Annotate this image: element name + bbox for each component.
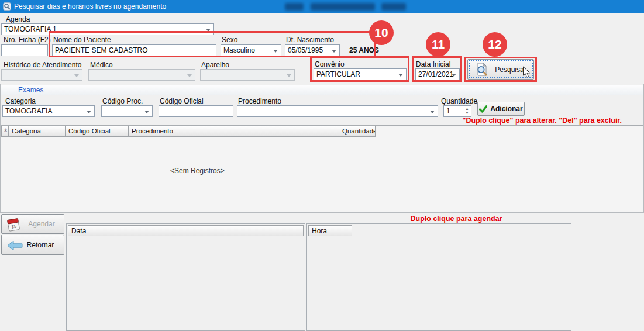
grid-header-quantidade[interactable]: Quantidade [339,126,376,137]
stepper-up-icon[interactable]: ▲ [464,107,470,111]
chevron-down-icon [452,74,456,77]
sexo-select[interactable]: Masculino [221,44,281,56]
exames-section-title: Exames [18,86,43,94]
agenda-select[interactable]: TOMOGRAFIA 1 [1,23,214,35]
agendar-hint: Duplo clique para agendar [386,215,526,223]
chevron-down-icon [398,74,403,77]
categoria-value: TOMOGRAFIA [5,107,52,115]
calendar-icon: 15 [6,217,21,233]
quantidade-stepper[interactable]: 1 ▲ ▼ [443,105,471,117]
nro-ficha-input[interactable] [1,44,48,56]
window-title: Pesquisar dias e horários livres no agen… [14,2,166,11]
sexo-value: Masculino [223,46,255,54]
procedimento-label: Procedimento [238,97,281,105]
grid-header-categoria[interactable]: Categoria [9,126,66,137]
agendar-label: Agendar [28,220,54,228]
hora-result-panel: Hora [306,223,571,331]
stepper-down-icon[interactable]: ▼ [464,111,470,115]
chevron-down-icon [287,74,291,77]
codigo-oficial-input[interactable]: . . - [159,105,233,117]
data-inicial-label: Data Inicial [416,60,450,68]
data-result-panel: Data [66,223,305,331]
chevron-down-icon [144,111,149,113]
chevron-down-icon [430,111,435,113]
medico-select [88,69,195,81]
mouse-cursor-icon [522,66,531,78]
grid-header-procedimento[interactable]: Procedimento [129,126,339,137]
categoria-select[interactable]: TOMOGRAFIA [2,105,95,117]
grid-header-codigo-oficial[interactable]: Código Oficial [66,126,129,137]
nro-ficha-label: Nro. Ficha (F2) [4,36,51,44]
chevron-down-icon [187,74,192,77]
codigo-proc-select[interactable] [101,105,153,117]
retornar-label: Retornar [27,241,54,249]
historico-label: Histórico de Atendimento [4,61,81,69]
nome-paciente-label: Nome do Paciente [53,36,111,44]
data-inicial-select[interactable]: 27/01/2021 [415,68,460,80]
medico-label: Médico [90,61,113,69]
hora-column-header[interactable]: Hora [308,225,352,236]
exames-grid: ✳ Categoria Código Oficial Procedimento … [1,125,643,212]
codigo-proc-label: Código Proc. [102,97,143,105]
dt-nascimento-select[interactable]: 05/05/1995 [285,44,340,56]
back-arrow-icon [6,240,24,251]
chevron-down-icon [332,50,336,53]
retornar-button[interactable]: Retornar [1,235,64,255]
redacted-title-text [381,3,406,11]
redacted-title-text [311,3,375,11]
redacted-title-text [285,3,304,11]
agenda-value: TOMOGRAFIA 1 [4,25,57,33]
quantidade-label: Quantidade [441,97,477,105]
chevron-down-icon [87,111,91,113]
grid-selector-header: ✳ [1,126,9,137]
appointment-search-window: Pesquisar dias e horários livres no agen… [0,0,644,331]
agenda-label: Agenda [6,15,30,23]
exames-section: Exames Categoria TOMOGRAFIA Código Proc.… [0,84,644,213]
codigo-oficial-label: Código Oficial [160,97,204,105]
edit-delete-hint: "Duplo clique" para alterar. "Del" para … [463,116,622,125]
app-icon [3,2,11,11]
chevron-down-icon [273,50,278,53]
title-bar: Pesquisar dias e horários livres no agen… [0,0,644,13]
categoria-label: Categoria [5,97,36,105]
adicionar-label: Adicionar [490,105,522,113]
dt-nascimento-label: Dt. Nascimento [286,36,334,44]
sexo-label: Sexo [222,36,237,44]
convenio-select[interactable]: PARTICULAR [314,68,407,80]
historico-select [1,69,82,81]
idade-text: 25 ANOS [349,46,379,54]
chevron-down-icon [206,29,211,32]
data-inicial-value: 27/01/2021 [418,70,453,78]
chevron-down-icon [74,74,79,77]
procedimento-select[interactable] [237,105,438,117]
step-badge-11: 11 [426,32,450,57]
aparelho-label: Aparelho [201,61,229,69]
dt-nascimento-value: 05/05/1995 [288,46,323,54]
agendar-button: 15 Agendar [1,214,64,234]
data-column-header[interactable]: Data [68,225,304,236]
grid-empty-text: <Sem Registros> [170,167,225,175]
exames-section-header: Exames [1,85,643,95]
convenio-label: Convênio [315,60,345,68]
check-icon [479,105,487,113]
grid-header-row: ✳ Categoria Código Oficial Procedimento … [1,126,643,137]
step-badge-12: 12 [483,32,507,57]
step-badge-10: 10 [369,20,394,45]
convenio-value: PARTICULAR [316,70,360,78]
nome-paciente-input[interactable]: PACIENTE SEM CADASTRO [52,44,216,56]
aparelho-select [200,69,295,81]
adicionar-button[interactable]: Adicionar [477,102,525,116]
